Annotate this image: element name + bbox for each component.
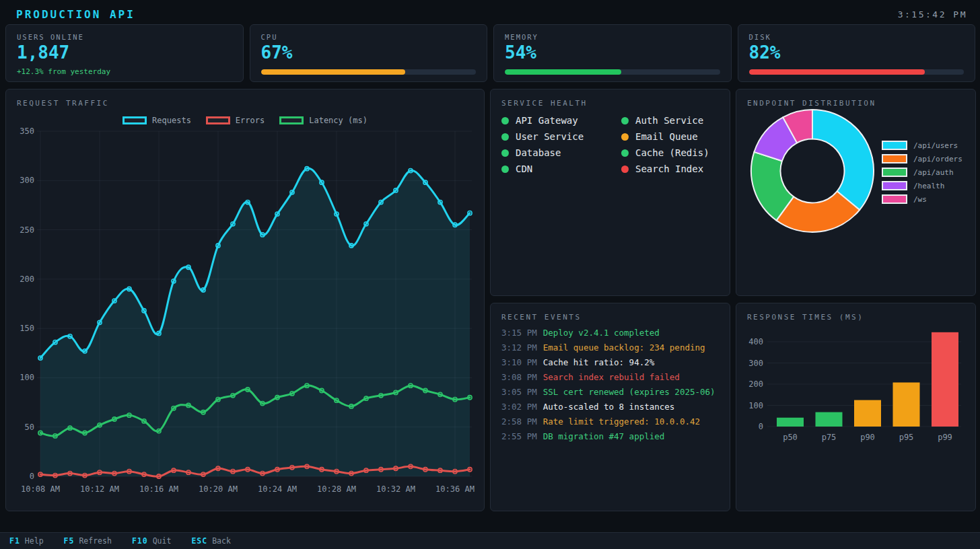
legend-swatch xyxy=(123,116,147,124)
donut-legend-item: /api/auth xyxy=(882,166,963,179)
svg-text:10:20 AM: 10:20 AM xyxy=(199,484,238,494)
donut-legend-item: /api/orders xyxy=(882,152,963,166)
svg-text:10:16 AM: 10:16 AM xyxy=(139,484,178,494)
event-row: 3:15 PMDeploy v2.4.1 completed xyxy=(501,325,719,340)
legend-item: Latency (ms) xyxy=(279,116,368,125)
event-time: 2:58 PM xyxy=(501,416,537,427)
event-row: 2:58 PMRate limit triggered: 10.0.0.42 xyxy=(501,414,719,429)
shortcut-f5[interactable]: F5Refresh xyxy=(64,536,112,546)
legend-label: Latency (ms) xyxy=(309,116,368,125)
request-traffic-panel: REQUEST TRAFFIC RequestsErrorsLatency (m… xyxy=(5,89,485,511)
legend-label: /api/users xyxy=(913,141,958,150)
stat-card-cpu: CPU 67% xyxy=(250,24,488,82)
svg-text:300: 300 xyxy=(20,176,34,185)
shortcut-label: Refresh xyxy=(79,536,111,546)
legend-swatch xyxy=(882,168,907,177)
event-row: 2:55 PMDB migration #47 applied xyxy=(501,429,719,443)
legend-label: /api/orders xyxy=(913,155,963,163)
svg-text:10:24 AM: 10:24 AM xyxy=(258,484,297,494)
service-name: Email Queue xyxy=(635,131,698,142)
service-name: API Gateway xyxy=(516,115,578,126)
shortcut-f10[interactable]: F10Quit xyxy=(132,536,171,546)
event-row: 3:12 PMEmail queue backlog: 234 pending xyxy=(501,340,719,355)
event-time: 3:02 PM xyxy=(501,402,537,412)
svg-text:100: 100 xyxy=(748,401,763,410)
event-row: 3:05 PMSSL cert renewed (expires 2025-06… xyxy=(501,384,719,399)
event-message: Cache hit ratio: 94.2% xyxy=(543,357,655,367)
shortcut-esc[interactable]: ESCBack xyxy=(191,536,230,546)
svg-text:250: 250 xyxy=(20,225,34,235)
svg-text:150: 150 xyxy=(20,324,34,333)
svg-text:p90: p90 xyxy=(860,433,875,442)
stat-value: 67% xyxy=(261,44,477,62)
service-name: Auth Service xyxy=(635,115,703,126)
legend-swatch xyxy=(882,194,907,204)
disk-progress-fill xyxy=(749,69,925,75)
status-dot-icon xyxy=(501,166,509,173)
shortcut-label: Quit xyxy=(153,536,172,546)
svg-text:100: 100 xyxy=(20,373,34,382)
event-message: Auto-scaled to 8 instances xyxy=(543,402,675,412)
event-time: 3:12 PM xyxy=(501,342,537,353)
shortcut-key: F10 xyxy=(132,536,148,546)
svg-text:p50: p50 xyxy=(783,433,798,442)
top-bar: PRODUCTION API 3:15:42 PM xyxy=(5,5,975,24)
memory-progress-track xyxy=(505,69,720,75)
service-item: API Gateway xyxy=(501,115,621,126)
endpoint-distribution-panel: ENDPOINT DISTRIBUTION /api/users/api/ord… xyxy=(736,89,976,296)
event-time: 3:15 PM xyxy=(501,328,537,338)
shortcut-f1[interactable]: F1Help xyxy=(9,536,44,546)
dashboard-root: PRODUCTION API 3:15:42 PM USERS ONLINE 1… xyxy=(0,0,980,511)
svg-text:200: 200 xyxy=(20,274,34,284)
service-list: API GatewayUser ServiceDatabaseCDNAuth S… xyxy=(501,112,719,177)
cpu-progress-track xyxy=(261,69,477,75)
legend-item: Requests xyxy=(123,116,191,125)
shortcut-key: F1 xyxy=(9,536,20,546)
panel-title: REQUEST TRAFFIC xyxy=(17,99,109,108)
svg-text:p99: p99 xyxy=(938,433,952,442)
stat-value: 82% xyxy=(749,44,965,62)
shortcut-key: ESC xyxy=(191,536,207,546)
event-row: 3:08 PMSearch index rebuild failed xyxy=(501,369,719,384)
shortcut-key: F5 xyxy=(64,536,75,546)
traffic-chart-legend: RequestsErrorsLatency (ms) xyxy=(6,116,484,125)
event-row: 3:10 PMCache hit ratio: 94.2% xyxy=(501,355,719,369)
svg-text:350: 350 xyxy=(20,126,34,136)
clock: 3:15:42 PM xyxy=(898,9,967,20)
service-item: Cache (Redis) xyxy=(621,147,719,158)
service-name: CDN xyxy=(516,163,532,174)
page-title: PRODUCTION API xyxy=(16,8,135,21)
svg-text:10:08 AM: 10:08 AM xyxy=(21,484,60,494)
service-name: Cache (Redis) xyxy=(635,147,709,158)
event-message: Search index rebuild failed xyxy=(543,372,680,382)
shortcut-label: Back xyxy=(212,536,231,546)
donut-legend: /api/users/api/orders/api/auth/health/ws xyxy=(882,139,963,206)
shortcut-bar: F1HelpF5RefreshF10QuitESCBack xyxy=(0,532,980,549)
event-time: 3:08 PM xyxy=(501,372,537,382)
legend-label: Errors xyxy=(236,116,265,125)
status-dot-icon xyxy=(621,133,629,141)
svg-text:p95: p95 xyxy=(899,433,914,442)
legend-swatch xyxy=(206,116,230,124)
status-dot-icon xyxy=(501,149,509,157)
stat-cards-row: USERS ONLINE 1,847 +12.3% from yesterday… xyxy=(5,24,975,82)
stat-card-users-online: USERS ONLINE 1,847 +12.3% from yesterday xyxy=(5,24,244,82)
legend-swatch xyxy=(882,181,907,190)
service-item: Email Queue xyxy=(621,131,719,142)
svg-text:50: 50 xyxy=(25,423,34,432)
svg-text:p75: p75 xyxy=(822,433,837,442)
panel-title: ENDPOINT DISTRIBUTION xyxy=(747,99,876,108)
donut-legend-item: /health xyxy=(882,179,963,192)
event-time: 3:10 PM xyxy=(501,357,537,367)
event-message: SSL cert renewed (expires 2025-06) xyxy=(543,387,715,397)
panel-title: RECENT EVENTS xyxy=(501,313,582,322)
stat-value: 54% xyxy=(505,44,720,62)
legend-label: Requests xyxy=(152,116,191,125)
svg-text:0: 0 xyxy=(30,472,34,481)
status-dot-icon xyxy=(621,117,629,124)
stat-label: USERS ONLINE xyxy=(17,33,232,41)
svg-text:10:32 AM: 10:32 AM xyxy=(376,484,415,494)
event-list: 3:15 PMDeploy v2.4.1 completed3:12 PMEma… xyxy=(501,325,719,443)
donut-legend-item: /ws xyxy=(882,192,963,206)
legend-label: /health xyxy=(913,182,944,190)
